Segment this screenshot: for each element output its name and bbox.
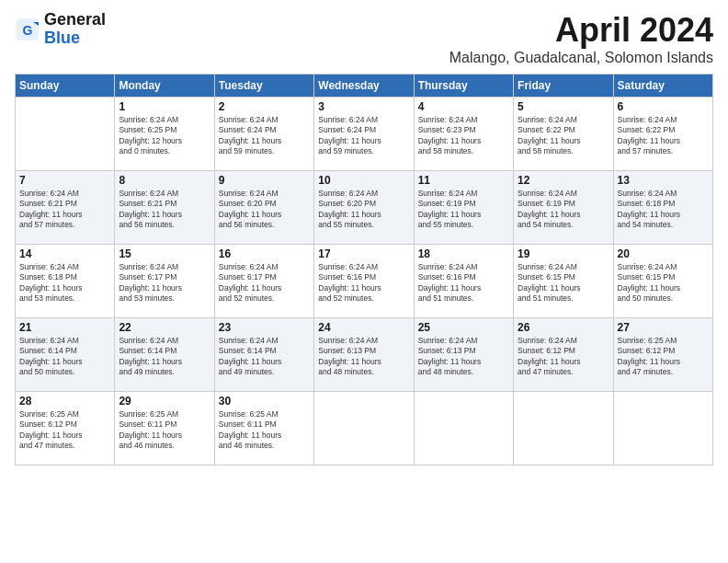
calendar-cell: 24Sunrise: 6:24 AMSunset: 6:13 PMDayligh…	[314, 318, 414, 392]
calendar-cell: 12Sunrise: 6:24 AMSunset: 6:19 PMDayligh…	[514, 171, 613, 245]
calendar-cell: 28Sunrise: 6:25 AMSunset: 6:12 PMDayligh…	[16, 392, 115, 465]
day-info: Sunrise: 6:24 AMSunset: 6:21 PMDaylight:…	[19, 189, 110, 231]
day-number: 25	[418, 321, 509, 334]
calendar-cell: 18Sunrise: 6:24 AMSunset: 6:16 PMDayligh…	[414, 245, 513, 318]
logo-icon: G	[15, 17, 40, 42]
calendar-cell: 11Sunrise: 6:24 AMSunset: 6:19 PMDayligh…	[414, 171, 513, 245]
weekday-header: Saturday	[613, 75, 712, 98]
day-number: 27	[618, 321, 709, 334]
calendar-cell: 23Sunrise: 6:24 AMSunset: 6:14 PMDayligh…	[214, 318, 313, 392]
day-number: 21	[19, 321, 110, 334]
calendar-cell: 29Sunrise: 6:25 AMSunset: 6:11 PMDayligh…	[115, 392, 214, 465]
day-number: 30	[219, 395, 310, 408]
calendar-cell: 21Sunrise: 6:24 AMSunset: 6:14 PMDayligh…	[16, 318, 115, 392]
calendar-cell	[314, 392, 414, 465]
calendar-cell: 15Sunrise: 6:24 AMSunset: 6:17 PMDayligh…	[115, 245, 214, 318]
day-info: Sunrise: 6:24 AMSunset: 6:13 PMDaylight:…	[418, 336, 509, 378]
day-info: Sunrise: 6:24 AMSunset: 6:17 PMDaylight:…	[219, 262, 310, 304]
calendar-cell: 6Sunrise: 6:24 AMSunset: 6:22 PMDaylight…	[613, 98, 712, 171]
calendar-cell: 26Sunrise: 6:24 AMSunset: 6:12 PMDayligh…	[514, 318, 613, 392]
day-number: 2	[219, 100, 310, 113]
calendar-cell: 16Sunrise: 6:24 AMSunset: 6:17 PMDayligh…	[214, 245, 313, 318]
day-info: Sunrise: 6:25 AMSunset: 6:12 PMDaylight:…	[19, 409, 110, 452]
calendar-week-row: 14Sunrise: 6:24 AMSunset: 6:18 PMDayligh…	[16, 245, 713, 318]
calendar-cell	[514, 392, 613, 465]
day-number: 20	[618, 247, 709, 260]
day-info: Sunrise: 6:25 AMSunset: 6:11 PMDaylight:…	[219, 409, 310, 452]
day-info: Sunrise: 6:24 AMSunset: 6:18 PMDaylight:…	[618, 189, 709, 231]
day-info: Sunrise: 6:24 AMSunset: 6:15 PMDaylight:…	[518, 262, 609, 304]
logo-text: General Blue	[44, 11, 106, 48]
calendar-cell: 17Sunrise: 6:24 AMSunset: 6:16 PMDayligh…	[314, 245, 414, 318]
day-info: Sunrise: 6:24 AMSunset: 6:15 PMDaylight:…	[618, 262, 709, 304]
calendar-header-row: SundayMondayTuesdayWednesdayThursdayFrid…	[16, 75, 713, 98]
day-number: 12	[518, 174, 609, 187]
day-number: 5	[518, 100, 609, 113]
logo: G General Blue	[15, 11, 106, 48]
day-info: Sunrise: 6:24 AMSunset: 6:20 PMDaylight:…	[318, 189, 409, 231]
day-info: Sunrise: 6:24 AMSunset: 6:22 PMDaylight:…	[618, 115, 709, 157]
day-info: Sunrise: 6:24 AMSunset: 6:22 PMDaylight:…	[518, 115, 609, 157]
calendar-cell: 27Sunrise: 6:25 AMSunset: 6:12 PMDayligh…	[613, 318, 712, 392]
calendar-cell: 19Sunrise: 6:24 AMSunset: 6:15 PMDayligh…	[514, 245, 613, 318]
day-number: 4	[418, 100, 509, 113]
day-info: Sunrise: 6:24 AMSunset: 6:20 PMDaylight:…	[219, 189, 310, 231]
day-info: Sunrise: 6:24 AMSunset: 6:14 PMDaylight:…	[219, 336, 310, 378]
day-info: Sunrise: 6:24 AMSunset: 6:17 PMDaylight:…	[119, 262, 210, 304]
day-info: Sunrise: 6:25 AMSunset: 6:11 PMDaylight:…	[119, 409, 210, 452]
day-info: Sunrise: 6:24 AMSunset: 6:19 PMDaylight:…	[518, 189, 609, 231]
calendar-table: SundayMondayTuesdayWednesdayThursdayFrid…	[15, 74, 713, 465]
day-number: 28	[19, 395, 110, 408]
weekday-header: Tuesday	[214, 75, 313, 98]
calendar-week-row: 28Sunrise: 6:25 AMSunset: 6:12 PMDayligh…	[16, 392, 713, 465]
day-number: 13	[618, 174, 709, 187]
weekday-header: Sunday	[16, 75, 115, 98]
day-info: Sunrise: 6:24 AMSunset: 6:18 PMDaylight:…	[19, 262, 110, 304]
day-info: Sunrise: 6:24 AMSunset: 6:25 PMDaylight:…	[119, 115, 210, 157]
weekday-header: Monday	[115, 75, 214, 98]
calendar-week-row: 21Sunrise: 6:24 AMSunset: 6:14 PMDayligh…	[16, 318, 713, 392]
day-info: Sunrise: 6:24 AMSunset: 6:12 PMDaylight:…	[518, 336, 609, 378]
day-number: 16	[219, 247, 310, 260]
logo-blue: Blue	[44, 29, 106, 48]
calendar-cell: 13Sunrise: 6:24 AMSunset: 6:18 PMDayligh…	[613, 171, 712, 245]
day-info: Sunrise: 6:25 AMSunset: 6:12 PMDaylight:…	[618, 336, 709, 378]
day-number: 23	[219, 321, 310, 334]
month-title: April 2024	[449, 11, 713, 50]
location-title: Malango, Guadalcanal, Solomon Islands	[449, 50, 713, 66]
calendar-cell: 25Sunrise: 6:24 AMSunset: 6:13 PMDayligh…	[414, 318, 513, 392]
day-number: 1	[119, 100, 210, 113]
calendar-cell: 9Sunrise: 6:24 AMSunset: 6:20 PMDaylight…	[214, 171, 313, 245]
day-info: Sunrise: 6:24 AMSunset: 6:14 PMDaylight:…	[119, 336, 210, 378]
calendar-cell: 30Sunrise: 6:25 AMSunset: 6:11 PMDayligh…	[214, 392, 313, 465]
day-info: Sunrise: 6:24 AMSunset: 6:21 PMDaylight:…	[119, 189, 210, 231]
weekday-header: Thursday	[414, 75, 513, 98]
day-number: 9	[219, 174, 310, 187]
calendar-cell: 7Sunrise: 6:24 AMSunset: 6:21 PMDaylight…	[16, 171, 115, 245]
day-number: 18	[418, 247, 509, 260]
day-number: 14	[19, 247, 110, 260]
day-info: Sunrise: 6:24 AMSunset: 6:13 PMDaylight:…	[318, 336, 409, 378]
day-number: 24	[318, 321, 409, 334]
day-info: Sunrise: 6:24 AMSunset: 6:23 PMDaylight:…	[418, 115, 509, 157]
day-info: Sunrise: 6:24 AMSunset: 6:24 PMDaylight:…	[318, 115, 409, 157]
calendar-cell	[613, 392, 712, 465]
calendar-cell: 4Sunrise: 6:24 AMSunset: 6:23 PMDaylight…	[414, 98, 513, 171]
day-info: Sunrise: 6:24 AMSunset: 6:16 PMDaylight:…	[418, 262, 509, 304]
calendar-cell: 14Sunrise: 6:24 AMSunset: 6:18 PMDayligh…	[16, 245, 115, 318]
day-number: 7	[19, 174, 110, 187]
day-number: 15	[119, 247, 210, 260]
day-info: Sunrise: 6:24 AMSunset: 6:24 PMDaylight:…	[219, 115, 310, 157]
calendar-cell	[16, 98, 115, 171]
logo-general: General	[44, 11, 106, 29]
calendar-week-row: 7Sunrise: 6:24 AMSunset: 6:21 PMDaylight…	[16, 171, 713, 245]
day-number: 29	[119, 395, 210, 408]
calendar-cell: 2Sunrise: 6:24 AMSunset: 6:24 PMDaylight…	[214, 98, 313, 171]
day-number: 10	[318, 174, 409, 187]
day-info: Sunrise: 6:24 AMSunset: 6:19 PMDaylight:…	[418, 189, 509, 231]
header: G General Blue April 2024 Malango, Guada…	[15, 11, 713, 66]
day-number: 26	[518, 321, 609, 334]
weekday-header: Friday	[514, 75, 613, 98]
calendar-week-row: 1Sunrise: 6:24 AMSunset: 6:25 PMDaylight…	[16, 98, 713, 171]
day-number: 17	[318, 247, 409, 260]
